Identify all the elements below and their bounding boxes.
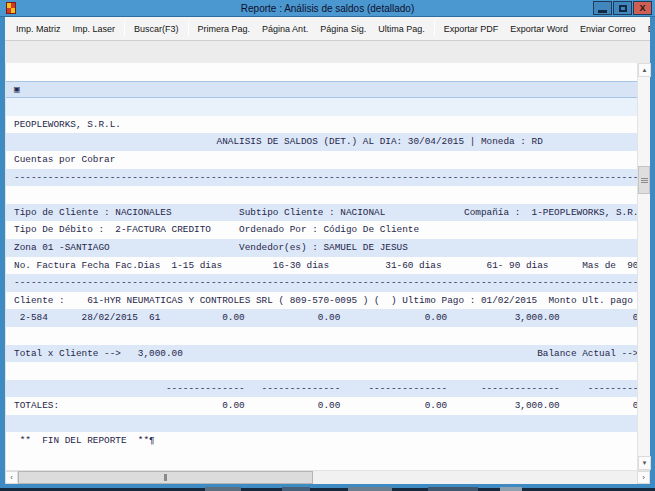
report-line: ----------------------------------------… bbox=[6, 169, 637, 187]
toolbar-button-pagina-ant[interactable]: Página Ant. bbox=[256, 21, 314, 37]
report-line: Total x Cliente --> 3,000.00 Balance Act… bbox=[6, 345, 637, 363]
report-line bbox=[6, 415, 637, 433]
scroll-down-button[interactable]: ▼ bbox=[638, 456, 651, 470]
toolbar-button-enviar-excel[interactable]: Enviar Excel bbox=[642, 21, 650, 37]
close-button[interactable]: X bbox=[633, 1, 652, 15]
report-line: Cuentas por Cobrar bbox=[6, 151, 637, 169]
background-window-fragment bbox=[428, 487, 478, 491]
toolbar-divider bbox=[188, 21, 189, 36]
window-title: Reporte : Análisis de saldos (detallado) bbox=[0, 0, 655, 17]
scroll-up-button[interactable]: ▲ bbox=[638, 63, 651, 77]
toolbar: Imp. MatrizImp. LaserBuscar(F3)Primera P… bbox=[5, 17, 650, 41]
report-line: Tipo De Débito : 2-FACTURA CREDITO Orden… bbox=[6, 221, 637, 239]
maximize-button[interactable] bbox=[613, 1, 632, 15]
toolbar-button-buscar-f3[interactable]: Buscar(F3) bbox=[128, 21, 185, 37]
vertical-scrollbar[interactable]: ▲ ▼ bbox=[637, 63, 650, 470]
toolbar-button-ultima-pag[interactable]: Ultima Pag. bbox=[372, 21, 431, 37]
report-window: Reporte : Análisis de saldos (detallado)… bbox=[0, 0, 655, 488]
report-line: ----------------------------------------… bbox=[6, 274, 637, 292]
report-line: TOTALES: 0.00 0.00 0.00 3,000.00 0.00 bbox=[6, 397, 637, 415]
background-window-fragment bbox=[282, 487, 310, 491]
minimize-icon bbox=[598, 10, 607, 13]
report-line bbox=[6, 327, 637, 345]
report-line: Zona 01 -SANTIAGO Vendedor(es) : SAMUEL … bbox=[6, 239, 637, 257]
horizontal-scrollbar[interactable]: ‹ › bbox=[5, 470, 650, 484]
toolbar-button-enviar-correo[interactable]: Enviar Correo bbox=[574, 21, 642, 37]
report-line: -------------- -------------- ----------… bbox=[6, 380, 637, 398]
scroll-left-button[interactable]: ‹ bbox=[5, 471, 18, 484]
toolbar-divider bbox=[124, 21, 125, 36]
screen: Reporte : Análisis de saldos (detallado)… bbox=[0, 0, 655, 491]
background-window-fragment bbox=[500, 487, 522, 491]
report-line: PEOPLEWORKS, S.R.L. bbox=[6, 116, 637, 134]
report-line: ** FIN DEL REPORTE **¶ bbox=[6, 432, 637, 450]
toolbar-button-imp-laser[interactable]: Imp. Laser bbox=[67, 21, 122, 37]
maximize-icon bbox=[619, 5, 627, 12]
report-line: No. Factura Fecha Fac.Dias 1-15 dias 16-… bbox=[6, 257, 637, 275]
background-window-fragment bbox=[205, 487, 241, 491]
toolbar-button-exportar-pdf[interactable]: Exportar PDF bbox=[438, 21, 505, 37]
toolbar-button-imp-matriz[interactable]: Imp. Matriz bbox=[10, 21, 67, 37]
background-window-fragment bbox=[348, 487, 392, 491]
window-controls: X bbox=[593, 1, 652, 15]
report-line bbox=[6, 362, 637, 380]
titlebar: Reporte : Análisis de saldos (detallado)… bbox=[0, 0, 655, 17]
window-body: Imp. MatrizImp. LaserBuscar(F3)Primera P… bbox=[5, 17, 650, 484]
report-line: ANALISIS DE SALDOS (DET.) AL DIA: 30/04/… bbox=[6, 133, 637, 151]
report-page: ▣PEOPLEWORKS, S.R.L. ANALISIS DE SALDOS … bbox=[5, 63, 637, 470]
vertical-scroll-thumb[interactable] bbox=[638, 166, 650, 194]
report-line: ▣ bbox=[6, 81, 637, 99]
arrow-down-icon: ▼ bbox=[642, 460, 648, 466]
vertical-scroll-track[interactable] bbox=[638, 77, 650, 456]
close-icon: X bbox=[639, 2, 645, 14]
report-viewer: ▣PEOPLEWORKS, S.R.L. ANALISIS DE SALDOS … bbox=[5, 41, 650, 484]
report-line: 2-584 28/02/2015 61 0.00 0.00 0.00 3,000… bbox=[6, 309, 637, 327]
report-line bbox=[6, 63, 637, 81]
arrow-left-icon: ‹ bbox=[10, 471, 13, 484]
toolbar-button-exportar-word[interactable]: Exportar Word bbox=[504, 21, 574, 37]
report-line bbox=[6, 186, 637, 204]
toolbar-button-primera-pag[interactable]: Primera Pag. bbox=[192, 21, 257, 37]
report-line: Tipo de Cliente : NACIONALES Subtipo Cli… bbox=[6, 204, 637, 222]
arrow-up-icon: ▲ bbox=[642, 67, 648, 73]
report-line: Cliente : 61-HYR NEUMATICAS Y CONTROLES … bbox=[6, 292, 637, 310]
toolbar-divider bbox=[434, 21, 435, 36]
grip-icon bbox=[641, 180, 648, 181]
horizontal-scroll-thumb[interactable] bbox=[18, 471, 313, 484]
toolbar-button-pagina-sig[interactable]: Página Sig. bbox=[314, 21, 372, 37]
report-line bbox=[6, 98, 637, 116]
scroll-right-button[interactable]: › bbox=[637, 471, 650, 484]
minimize-button[interactable] bbox=[593, 1, 612, 15]
grip-icon bbox=[164, 474, 167, 481]
horizontal-scroll-track[interactable] bbox=[18, 471, 637, 484]
arrow-right-icon: › bbox=[642, 471, 645, 484]
